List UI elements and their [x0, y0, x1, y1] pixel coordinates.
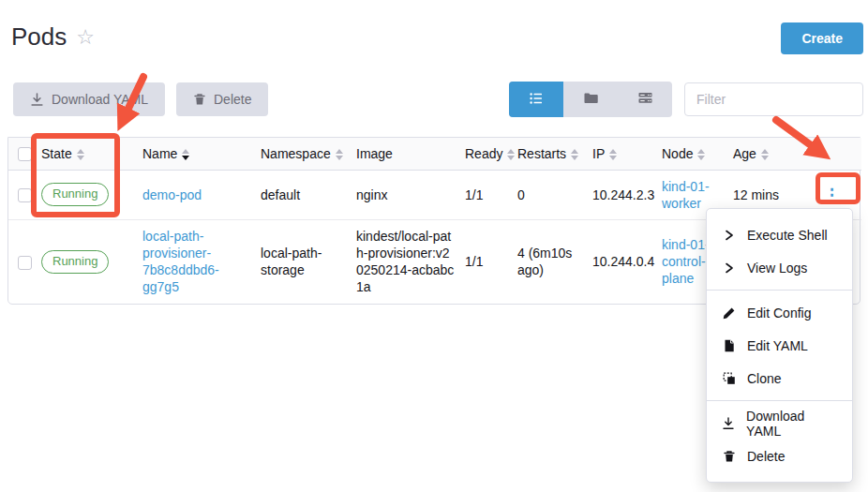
trash-icon — [722, 450, 736, 463]
column-header-actions — [802, 138, 861, 170]
restarts-cell: 4 (6m10s ago) — [513, 219, 588, 303]
pod-name-link[interactable]: local-path-provisioner-7b8c8ddbd6-gg7g5 — [142, 228, 251, 296]
table-header-row: State Name Namespace Image Ready Restart… — [8, 138, 861, 170]
image-cell: nginx — [352, 170, 460, 219]
rows-icon — [637, 91, 653, 108]
menu-item-view-logs[interactable]: View Logs — [707, 251, 852, 284]
namespace-cell: default — [256, 170, 352, 219]
view-list-segment[interactable] — [509, 82, 563, 117]
select-all-cell — [8, 138, 37, 170]
sort-icon — [77, 149, 84, 160]
column-header-image[interactable]: Image — [352, 138, 460, 170]
ip-cell: 10.244.2.3 — [588, 170, 657, 219]
restarts-cell: 0 — [513, 170, 588, 219]
column-header-namespace[interactable]: Namespace — [256, 138, 352, 170]
download-icon — [722, 417, 735, 430]
status-badge: Running — [41, 250, 109, 274]
column-header-ready[interactable]: Ready — [460, 138, 513, 170]
status-badge: Running — [41, 183, 109, 206]
pod-name-link[interactable]: demo-pod — [142, 186, 202, 203]
copy-icon — [722, 372, 736, 385]
delete-button[interactable]: Delete — [176, 82, 268, 116]
column-header-restarts[interactable]: Restarts — [513, 138, 588, 170]
page-title: Pods ☆ — [11, 22, 95, 52]
row-checkbox[interactable] — [18, 256, 32, 270]
filter-input[interactable] — [684, 82, 863, 116]
column-header-state[interactable]: State — [37, 138, 138, 170]
sort-icon — [697, 149, 705, 160]
chevron-right-icon — [722, 262, 736, 274]
sort-icon — [609, 149, 617, 160]
image-cell: kindest/local-path-provisioner:v20250214… — [352, 219, 460, 303]
sort-icon — [507, 149, 515, 160]
namespace-cell: local-path-storage — [256, 219, 352, 303]
select-all-checkbox[interactable] — [18, 147, 32, 161]
sort-icon — [571, 149, 578, 160]
page-title-text: Pods — [11, 22, 67, 52]
download-icon — [30, 93, 44, 107]
menu-item-download-yaml[interactable]: Download YAML — [707, 407, 852, 440]
menu-item-edit-yaml[interactable]: Edit YAML — [707, 329, 852, 362]
create-button[interactable]: Create — [781, 22, 863, 54]
ready-cell: 1/1 — [460, 170, 513, 219]
download-yaml-button[interactable]: Download YAML — [13, 82, 165, 116]
ip-cell: 10.244.0.4 — [588, 219, 657, 303]
chevron-right-icon — [722, 230, 736, 241]
column-header-node[interactable]: Node — [657, 138, 728, 170]
download-yaml-label: Download YAML — [52, 92, 148, 107]
menu-item-clone[interactable]: Clone — [707, 362, 852, 395]
delete-label: Delete — [214, 92, 251, 107]
kebab-menu-icon[interactable]: ⋮ — [816, 183, 848, 207]
list-icon — [529, 91, 544, 109]
column-header-name[interactable]: Name — [138, 138, 256, 170]
view-grouped-segment[interactable] — [563, 82, 618, 117]
view-flat-segment[interactable] — [618, 82, 672, 117]
favorite-star-icon[interactable]: ☆ — [76, 27, 95, 48]
pencil-icon — [722, 306, 736, 320]
row-checkbox[interactable] — [18, 188, 32, 202]
column-header-age[interactable]: Age — [728, 138, 802, 170]
view-mode-toggle — [509, 82, 672, 117]
trash-icon — [193, 93, 206, 106]
node-link[interactable]: kind-01-worker — [662, 178, 724, 212]
folder-icon — [583, 91, 599, 108]
sort-icon — [761, 149, 769, 160]
menu-item-delete[interactable]: Delete — [707, 440, 852, 472]
row-actions-context-menu: Execute Shell View Logs Edit Config Edit… — [706, 208, 853, 483]
ready-cell: 1/1 — [460, 219, 513, 303]
column-header-ip[interactable]: IP — [588, 138, 657, 170]
menu-item-edit-config[interactable]: Edit Config — [707, 296, 852, 329]
sort-icon — [336, 149, 343, 160]
file-icon — [722, 339, 736, 352]
sort-icon — [182, 149, 189, 160]
menu-item-execute-shell[interactable]: Execute Shell — [707, 218, 852, 251]
